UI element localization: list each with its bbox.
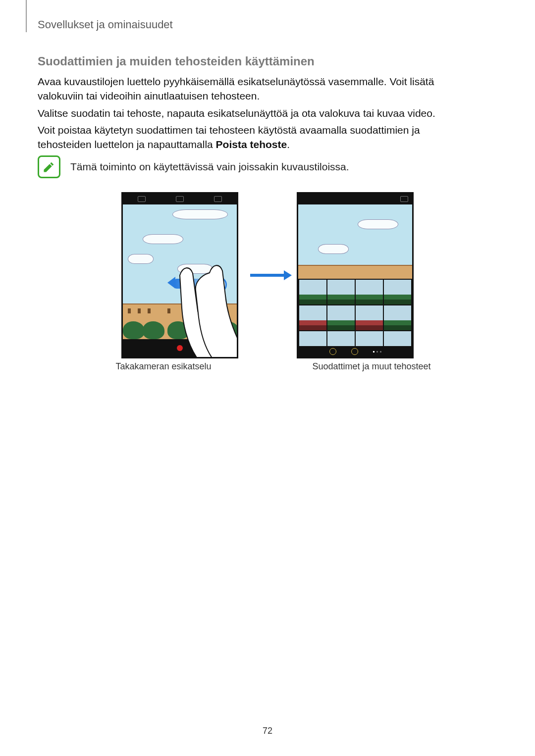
caption-right: Suodattimet ja muut tehosteet	[302, 361, 441, 372]
filter-thumbnail	[356, 305, 383, 330]
filter-thumbnail	[327, 280, 355, 304]
smiley-icon	[351, 348, 358, 355]
paragraph-3: Voit poistaa käytetyn suodattimen tai te…	[38, 123, 474, 152]
smiley-icon	[329, 348, 336, 355]
paragraph-3-post: .	[287, 139, 290, 150]
filter-thumbnail	[384, 305, 411, 330]
page-number: 72	[0, 726, 535, 736]
paragraph-1: Avaa kuvaustilojen luettelo pyyhkäisemäl…	[38, 74, 474, 103]
filter-thumbnail	[356, 280, 383, 304]
cloud-icon	[358, 219, 398, 229]
filter-thumbnail	[327, 305, 355, 330]
margin-line	[26, 0, 27, 32]
section-heading: Suodattimien ja muiden tehosteiden käytt…	[38, 54, 315, 68]
filter-grid	[298, 279, 412, 357]
close-icon	[400, 196, 408, 202]
phone-illustration-right	[297, 192, 414, 358]
note-pencil-icon	[42, 160, 56, 174]
note-callout: Tämä toiminto on käytettävissä vain jois…	[38, 155, 349, 178]
paragraph-3-bold: Poista tehoste	[216, 139, 287, 150]
caption-left: Takakameran esikatselu	[94, 361, 233, 372]
note-icon	[38, 155, 60, 178]
note-text: Tämä toiminto on käytettävissä vain jois…	[70, 155, 349, 174]
phone-illustration-left	[121, 192, 238, 358]
filters-bottom-bar	[298, 346, 412, 357]
filters-preview	[298, 204, 412, 279]
filter-thumbnail	[384, 280, 411, 304]
running-header: Sovellukset ja ominaisuudet	[38, 18, 173, 31]
page-dots	[373, 351, 381, 353]
paragraph-2: Valitse suodatin tai tehoste, napauta es…	[38, 106, 474, 120]
hand-gesture-icon	[123, 194, 237, 357]
filter-thumbnail	[299, 280, 326, 304]
filters-topbar	[298, 194, 412, 204]
buildings-graphic	[298, 265, 412, 279]
figure-captions: Takakameran esikatselu Suodattimet ja mu…	[94, 361, 441, 372]
document-page: Sovellukset ja ominaisuudet Suodattimien…	[0, 0, 535, 756]
cloud-icon	[318, 244, 349, 254]
transition-arrow-icon	[250, 274, 285, 277]
filters-pane	[298, 204, 412, 346]
filter-thumbnail	[299, 305, 326, 330]
figure-row	[94, 192, 441, 358]
